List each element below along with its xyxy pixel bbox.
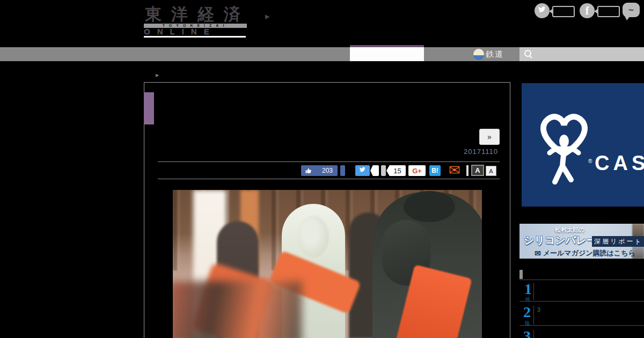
- ranking-item-3-separator: [533, 330, 534, 338]
- next-page-button[interactable]: »: [479, 129, 500, 145]
- article-container: » 20171110 203 15 G+ B! ✉ A A: [144, 82, 510, 338]
- railway-avatar-icon: [473, 49, 484, 60]
- ranking-item-2-number[interactable]: 2: [523, 305, 531, 320]
- casa-brand-text: CAS: [595, 152, 644, 175]
- ranking-divider: [519, 301, 644, 302]
- ranking-divider: [519, 325, 644, 326]
- font-size-small-button[interactable]: A: [486, 166, 496, 176]
- tweet-count-bubble: [370, 165, 379, 176]
- mail-share-icon[interactable]: ✉: [445, 163, 464, 177]
- share-count-stub[interactable]: [381, 165, 386, 176]
- active-nav-tab[interactable]: [350, 47, 424, 61]
- facebook-like-button[interactable]: 203: [301, 165, 338, 176]
- article-date: 20171110: [464, 148, 498, 156]
- ranking-item-2-note: 3: [537, 306, 540, 313]
- ranking-item-2-unit: 位: [525, 320, 530, 327]
- casa-registered-mark: ®: [588, 158, 592, 164]
- like-count: 203: [322, 167, 333, 174]
- facebook-f-icon: f: [586, 5, 589, 17]
- silicon-valley-ad-banner[interactable]: 松村太郎の シリコンバレー 深層リポート ✉ メールマガジン購読はこちら: [519, 224, 644, 259]
- envelope-icon: ✉: [535, 249, 541, 257]
- twitter-count-bubble: [552, 6, 575, 17]
- twitter-bird-icon: [538, 5, 546, 16]
- site-logo-online: ONLINE: [144, 27, 248, 36]
- nav-item-railway[interactable]: 鉄道: [473, 47, 504, 61]
- header-arrow-icon: ▸: [265, 11, 270, 22]
- ranking-item-1-unit: 位: [525, 296, 530, 303]
- sv-ad-title: シリコンバレー: [524, 233, 597, 247]
- casa-heart-logo-icon: [530, 108, 598, 190]
- ranking-item-3-number[interactable]: 3: [523, 329, 531, 338]
- facebook-count-bubble: [597, 6, 620, 17]
- article-photo: [173, 190, 482, 338]
- ranking-divider: [519, 280, 644, 280]
- photo-statue-white-face: [298, 216, 329, 258]
- thumbs-up-icon: [305, 167, 312, 175]
- font-size-large-button[interactable]: A: [471, 165, 484, 176]
- twitter-follow-button[interactable]: [535, 3, 550, 18]
- ranking-item-2-separator: [533, 306, 534, 325]
- railway-label: 鉄道: [486, 49, 504, 60]
- hatena-bookmark-button[interactable]: B!: [429, 165, 441, 176]
- search-input[interactable]: [519, 47, 644, 61]
- ranking-section-marker: [519, 270, 523, 279]
- site-logo-kanji[interactable]: 東洋経済: [145, 3, 250, 26]
- sv-ad-cta-label: メールマガジン購読はこちら: [543, 248, 635, 258]
- chat-tilde-glyph: ~: [628, 5, 634, 16]
- chat-bubble-icon[interactable]: ~: [623, 3, 640, 17]
- sv-ad-author: 松村太郎の: [555, 226, 584, 234]
- twitter-bird-icon: [359, 166, 366, 175]
- chat-bubble-tail: [625, 16, 630, 20]
- category-accent-bar: [144, 92, 154, 124]
- logo-underline: [144, 36, 246, 38]
- share-count-bubble: 15: [386, 165, 406, 176]
- sv-ad-cta[interactable]: ✉ メールマガジン購読はこちら: [535, 248, 635, 258]
- facebook-share-button[interactable]: f: [580, 3, 595, 18]
- googleplus-share-button[interactable]: G+: [408, 165, 426, 176]
- breadcrumb-arrow-icon: ▸: [156, 71, 159, 79]
- ranking-item-1-number[interactable]: 1: [524, 282, 532, 297]
- share-separator: [466, 165, 469, 176]
- photo-foreground-blur: [173, 281, 302, 338]
- sv-ad-badge: 深層リポート: [592, 236, 644, 247]
- facebook-share-stub[interactable]: [340, 165, 345, 176]
- ranking-item-1-separator: [533, 283, 534, 300]
- tweet-button[interactable]: [355, 165, 370, 176]
- casa-ad-banner[interactable]: ® CAS: [522, 83, 644, 207]
- photo-statue-topknot: [404, 191, 455, 222]
- share-divider-bottom: [158, 179, 500, 179]
